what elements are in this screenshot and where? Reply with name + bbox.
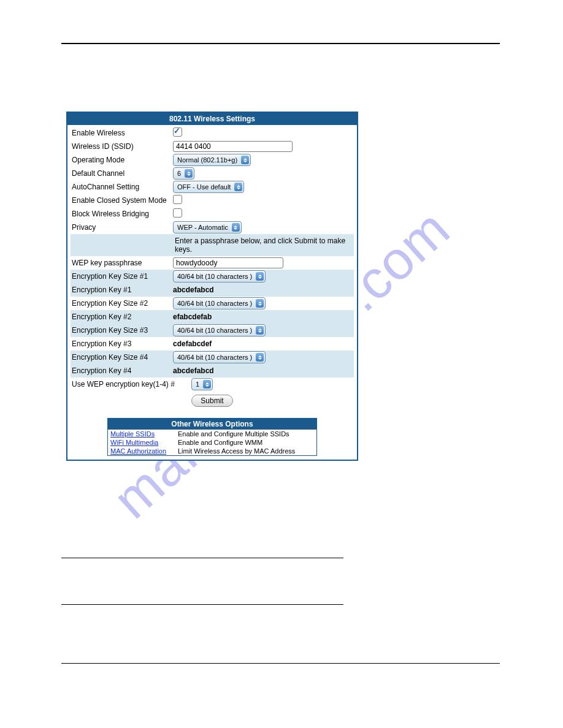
use-key-select[interactable]: 1 <box>191 378 213 390</box>
panel-title: 802.11 Wireless Settings <box>67 113 357 125</box>
passphrase-label: WEP key passphrase <box>71 259 173 267</box>
default-channel-value: 6 <box>177 170 181 177</box>
ssid-input[interactable] <box>173 141 293 152</box>
updown-icon <box>232 223 240 232</box>
mid-rule-1 <box>61 558 343 558</box>
enc-size-2-label: Encryption Key Size #2 <box>71 299 173 308</box>
link-mac-authorization[interactable]: MAC Authorization <box>110 447 178 455</box>
enc-key-3-label: Encryption Key #3 <box>71 339 173 348</box>
updown-icon <box>241 156 249 164</box>
desc-wifi-multimedia: Enable and Configure WMM <box>178 439 314 446</box>
closed-system-checkbox[interactable] <box>173 195 182 204</box>
link-multiple-ssids[interactable]: Multiple SSIDs <box>110 430 178 438</box>
block-bridging-label: Block Wireless Bridging <box>71 210 173 218</box>
updown-icon <box>256 272 264 281</box>
passphrase-input[interactable] <box>173 257 283 268</box>
desc-multiple-ssids: Enable and Configure Multiple SSIDs <box>178 430 314 438</box>
updown-icon <box>256 326 264 335</box>
top-rule <box>61 43 500 44</box>
enc-size-2-value: 40/64 bit (10 characters ) <box>177 300 252 307</box>
enc-size-4-label: Encryption Key Size #4 <box>71 353 173 362</box>
enc-size-1-label: Encryption Key Size #1 <box>71 272 173 281</box>
enc-key-1-value: abcdefabcd <box>173 286 354 294</box>
updown-icon <box>203 380 211 389</box>
enc-size-2-select[interactable]: 40/64 bit (10 characters ) <box>173 297 266 309</box>
updown-icon <box>256 299 264 308</box>
closed-system-label: Enable Closed System Mode <box>71 196 173 205</box>
enc-size-1-value: 40/64 bit (10 characters ) <box>177 273 252 280</box>
enable-wireless-label: Enable Wireless <box>71 129 173 137</box>
operating-mode-label: Operating Mode <box>71 156 173 164</box>
enc-size-4-value: 40/64 bit (10 characters ) <box>177 354 252 361</box>
privacy-label: Privacy <box>71 223 173 232</box>
link-wifi-multimedia[interactable]: WiFi Multimedia <box>110 439 178 446</box>
enc-size-3-label: Encryption Key Size #3 <box>71 326 173 335</box>
enc-key-2-label: Encryption Key #2 <box>71 313 173 321</box>
enc-size-1-select[interactable]: 40/64 bit (10 characters ) <box>173 270 266 282</box>
enc-size-4-select[interactable]: 40/64 bit (10 characters ) <box>173 351 266 363</box>
other-title: Other Wireless Options <box>108 419 316 430</box>
enc-key-2-value: efabcdefab <box>173 313 354 321</box>
updown-icon <box>256 353 264 362</box>
enc-key-4-label: Encryption Key #4 <box>71 366 173 375</box>
autochannel-value: OFF - Use default <box>177 183 231 191</box>
desc-mac-authorization: Limit Wireless Access by MAC Address <box>178 447 314 455</box>
submit-button[interactable]: Submit <box>191 395 232 407</box>
wireless-settings-panel: 802.11 Wireless Settings Enable Wireless… <box>66 112 358 461</box>
default-channel-select[interactable]: 6 <box>173 167 194 180</box>
enc-size-3-value: 40/64 bit (10 characters ) <box>177 327 252 334</box>
bottom-rule <box>61 663 500 664</box>
operating-mode-value: Normal (802.11b+g) <box>177 156 237 164</box>
updown-icon <box>234 183 242 191</box>
privacy-select[interactable]: WEP - Automatic <box>173 221 242 233</box>
autochannel-select[interactable]: OFF - Use default <box>173 181 244 193</box>
passphrase-instruction: Enter a passphrase below, and click Subm… <box>71 234 354 256</box>
enc-key-3-value: cdefabcdef <box>173 339 354 348</box>
mid-rule-2 <box>61 604 343 605</box>
enable-wireless-checkbox[interactable] <box>173 127 182 137</box>
operating-mode-select[interactable]: Normal (802.11b+g) <box>173 154 251 166</box>
autochannel-label: AutoChannel Setting <box>71 183 173 191</box>
use-key-value: 1 <box>196 381 199 388</box>
block-bridging-checkbox[interactable] <box>173 208 182 218</box>
use-key-label: Use WEP encryption key(1-4) # <box>71 380 191 389</box>
default-channel-label: Default Channel <box>71 169 173 178</box>
ssid-label: Wireless ID (SSID) <box>71 142 173 151</box>
privacy-value: WEP - Automatic <box>177 224 228 231</box>
enc-key-4-value: abcdefabcd <box>173 366 354 375</box>
updown-icon <box>185 169 193 178</box>
enc-key-1-label: Encryption Key #1 <box>71 286 173 294</box>
enc-size-3-select[interactable]: 40/64 bit (10 characters ) <box>173 324 266 336</box>
other-wireless-options: Other Wireless Options Multiple SSIDs En… <box>107 418 317 456</box>
